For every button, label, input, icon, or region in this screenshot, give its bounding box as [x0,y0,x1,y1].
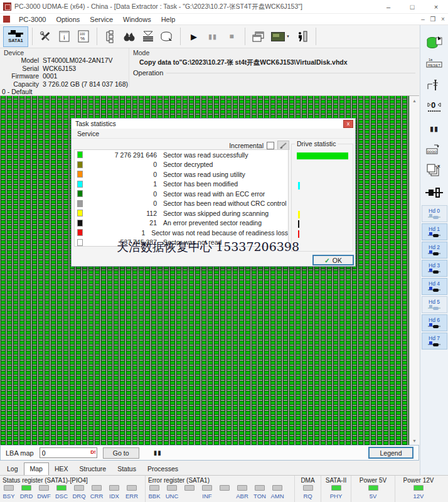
led-indicator [303,485,313,491]
model-value: ST4000LM024-2AN17V [43,56,113,65]
tab-map[interactable]: Map [24,462,49,475]
power5v-title: Power 5V [351,476,395,485]
hd6-button[interactable]: Hd 6 [422,314,447,331]
scroll-up-icon[interactable]: ▲ [412,96,417,105]
tab-hex[interactable]: HEX [49,463,74,475]
jumper-connector-button[interactable] [424,183,445,202]
windows-cascade-button[interactable] [249,27,268,46]
dropdown-arrow-icon[interactable]: ▼ [286,35,290,38]
color-swatch [77,190,83,197]
tab-status[interactable]: Status [112,463,142,475]
device-serial-row: Serial WCK6J153 [4,65,129,73]
led-indicator [255,485,265,491]
pause-button[interactable]: ▮▮ [203,27,222,46]
led-err: ERR [123,485,141,499]
task-statistics-dialog: Task statistics x Service Incremental 7 … [71,118,356,267]
tab-structure[interactable]: Structure [74,463,112,475]
head-icon [428,232,440,238]
drive-bar-read-ok [297,152,348,159]
close-all-windows-icon: x [426,163,442,179]
mdi-restore-button[interactable]: ❒ [428,16,438,23]
mode-value: Copy data to"G:\2023\10.27-张 st4t开盘WCK6J… [139,58,415,67]
app-logo-icon [3,3,11,11]
brush-button[interactable] [277,141,289,150]
head-counter-button[interactable]: 0 [424,98,445,117]
hd1-button[interactable]: Hd 1 [422,223,447,240]
capacity-label: Capacity [4,80,39,88]
dma-group: DMA RQ [295,476,321,502]
search-button[interactable] [120,27,139,46]
led-indicator [74,485,84,491]
save-map-button[interactable] [157,27,176,46]
power-connector-icon [426,78,442,94]
stat-row-no-crc: 0Sector has been read without CRC contro… [75,199,288,209]
mdi-minimize-button[interactable]: – [418,16,428,23]
hd0-button[interactable]: Hd 0 [422,205,447,222]
dialog-title-bar[interactable]: Task statistics x [72,119,355,129]
exit-task-button[interactable] [293,27,312,46]
goto-button[interactable]: Go to [103,447,139,459]
hd7-button[interactable]: Hd 7 [422,333,447,350]
window-controls: – □ × [376,0,448,14]
funnel-icon [141,29,155,43]
head-icon [428,269,440,274]
led-unc: UNC [163,485,181,499]
minimize-button[interactable]: – [376,0,400,14]
reset-button[interactable]: 1aRESET [424,55,445,74]
color-swatch [77,171,83,178]
menu-options[interactable]: Options [51,16,85,23]
statistics-button[interactable]: 100% [74,27,93,46]
lba-input[interactable] [40,447,97,458]
map-view-button[interactable]: ▼ [268,27,293,46]
utilities-button[interactable] [36,27,55,46]
start-button[interactable]: ▶ [184,27,203,46]
maximize-button[interactable]: □ [400,0,424,14]
tab-log[interactable]: Log [1,463,24,475]
sector-counter-button[interactable]: 000|0 [424,141,445,159]
pc3000-menu-icon [3,16,10,23]
stat-row-skipped: 112Sector was skipped during scanning [75,208,288,218]
dialog-close-button[interactable]: x [343,120,353,128]
color-swatch [77,181,83,188]
lba-input-flag-icon: D! [90,449,95,455]
stat-row-read-ok: 7 276 291 646Sector was read successfull… [75,150,288,160]
scroll-down-icon[interactable]: ▼ [412,436,417,446]
watermark-text: 天浩数据恢复中心 15337206398 [117,239,299,255]
model-label: Model [4,56,39,65]
power-connector-button[interactable] [424,77,445,95]
tasks-list-button[interactable] [101,27,120,46]
sata1-port-button[interactable]: SATA1 [3,26,28,47]
filter-button[interactable] [139,27,157,46]
hd5-button[interactable]: Hd 5 [422,296,447,313]
hd3-button[interactable]: Hd 3 [422,260,447,277]
hd2-button[interactable]: Hd 2 [422,242,447,259]
menu-help[interactable]: Help [156,16,181,23]
hd7-label: Hd 7 [429,336,440,341]
task-info-button[interactable]: i [55,27,74,46]
tab-processes[interactable]: Processes [142,463,184,475]
pause-sidebar-button[interactable]: ▮▮ [424,119,445,138]
ok-button[interactable]: ✓ OK [312,255,354,265]
dialog-menu-service[interactable]: Service [77,130,99,137]
hd4-label: Hd 4 [429,281,440,287]
menu-windows[interactable]: Windows [118,16,156,23]
map-scrollbar[interactable]: ▲ ▼ [409,96,419,446]
menu-pc3000[interactable]: PC-3000 [14,16,51,23]
led-indicator [220,485,230,491]
stop-button[interactable]: ■ [222,27,241,46]
hd3-label: Hd 3 [429,263,440,269]
incremental-checkbox[interactable] [267,142,274,149]
menu-service[interactable]: Service [85,16,118,23]
pause-indicator-icon[interactable]: ▮▮ [154,449,162,456]
serial-value: WCK6J153 [43,65,76,73]
close-button[interactable]: × [424,0,448,14]
legend-button[interactable]: Legend [368,447,413,459]
title-bar: PC-3000 UDMA-E (x64) - China - [Data Ext… [0,0,448,14]
mode-group-title: Mode [133,49,415,56]
sector-counter-icon: 000|0 [425,142,443,158]
database-export-button[interactable] [424,34,445,53]
close-all-windows-button[interactable]: x [424,162,445,181]
mdi-close-button[interactable]: × [438,16,448,23]
led-indicator [109,485,119,491]
hd4-button[interactable]: Hd 4 [422,278,447,295]
